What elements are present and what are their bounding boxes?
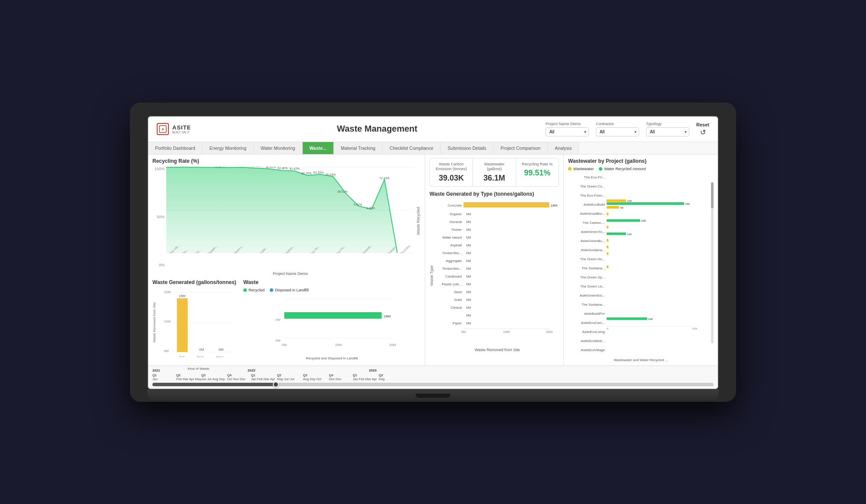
middle-panel: Waste CarbonEmission (tonnes) 39.03K Was… [425, 155, 564, 365]
waste-generated-title: Waste Generated (gallons/tonnes) [152, 279, 239, 285]
tab-portfolio[interactable]: Portfolio Dashboard [148, 142, 203, 154]
svg-text:0M: 0M [466, 259, 471, 263]
svg-text:80.76%: 80.76% [301, 172, 311, 175]
recycling-rate-chart: Recycling Rate (%) 100% 50% 0% [152, 158, 420, 276]
svg-text:10M: 10M [335, 343, 342, 347]
svg-text:Concrete: Concrete [448, 204, 462, 207]
proj-label-9: The Green He... [568, 255, 605, 263]
tab-water[interactable]: Water Monitoring [254, 142, 303, 154]
svg-text:Non: Non [179, 355, 185, 357]
typology-filter[interactable]: Typology All [646, 122, 689, 136]
svg-rect-66 [464, 202, 549, 207]
svg-text:50M: 50M [692, 327, 697, 330]
svg-text:44M: 44M [685, 202, 690, 205]
proj-label-0: The Eco-Fri... [568, 174, 605, 181]
svg-text:Cardboard: Cardboard [446, 275, 462, 278]
svg-rect-111 [607, 232, 626, 235]
svg-text:0M: 0M [466, 298, 471, 302]
tab-project[interactable]: Project Comparison [494, 142, 548, 154]
timeline-fill [152, 383, 276, 386]
proj-label-12: The Green Liv... [568, 283, 605, 291]
svg-rect-101 [607, 199, 626, 202]
svg-text:91.42%: 91.42% [290, 167, 300, 170]
recycling-x-label: Project Name Demo [166, 271, 414, 276]
recycled-label: Recycled [249, 288, 265, 292]
svg-text:20M: 20M [546, 330, 553, 334]
svg-text:96.41%: 96.41% [265, 167, 275, 168]
svg-text:10M: 10M [164, 320, 171, 323]
waste-disp-x-label: Recycled and Disposed in Landfill [243, 356, 420, 360]
svg-text:0M: 0M [466, 275, 471, 278]
tab-checklist[interactable]: Checklist Compliance [383, 142, 441, 154]
tab-waste[interactable]: Waste... [303, 142, 334, 154]
svg-text:Steel: Steel [454, 290, 462, 294]
scrollbar-track[interactable] [711, 182, 714, 343]
header: A ASITE BUILT ON IT Waste Management Pro… [148, 116, 718, 142]
svg-text:Water based: Water based [442, 236, 462, 239]
scrollbar-thumb[interactable] [711, 182, 714, 208]
contractor-select[interactable]: All [596, 127, 639, 136]
tab-bar: Portfolio Dashboard Energy Monitoring Wa… [148, 142, 718, 155]
svg-text:Clinical: Clinical [451, 306, 462, 310]
svg-text:Solid: Solid [454, 298, 462, 302]
waste-gen-svg: 20M 10M 0M [158, 288, 239, 357]
svg-rect-105 [607, 206, 619, 208]
svg-text:71.24%: 71.24% [379, 176, 389, 179]
tab-material[interactable]: Material Tracking [334, 142, 383, 154]
svg-rect-113 [607, 239, 608, 242]
proj-label-1: The Green Co... [568, 183, 605, 191]
kpi-carbon: Waste CarbonEmission (tonnes) 39.03K [430, 158, 473, 186]
proj-label-8: AsiteSustaina... [568, 246, 605, 254]
proj-label-19: AsiteEcoVillage [568, 346, 605, 354]
timeline-handle[interactable] [273, 381, 279, 388]
svg-text:0M: 0M [466, 243, 471, 247]
bottom-charts-row: Waste Generated (gallons/tonnes) Waste R… [152, 279, 420, 357]
y-axis-100: 100% [155, 167, 165, 171]
recycled-dot [243, 288, 247, 292]
project-name-filter[interactable]: Project Name Demo All [546, 122, 589, 136]
svg-text:0M: 0M [199, 348, 204, 352]
logo-sub: BUILT ON IT [172, 131, 191, 134]
svg-text:99.12%: 99.12% [214, 167, 224, 168]
timeline-slider[interactable] [152, 383, 714, 386]
proj-label-13: AsiteGreenEst... [568, 292, 605, 300]
reset-icon: ↺ [700, 128, 706, 136]
year-2023: 2023 [369, 368, 421, 372]
svg-text:0M: 0M [466, 267, 471, 271]
logo-area: A ASITE BUILT ON IT [157, 123, 209, 135]
wastewater-legend-item: Wastewater [568, 167, 594, 171]
svg-rect-108 [607, 219, 640, 222]
kpi-wastewater-value: 36.1M [476, 174, 512, 183]
kpi-wastewater-label: Wastewater(gallons) [476, 162, 512, 172]
proj-label-16: AsiteEcoCam... [568, 319, 605, 327]
svg-text:0M: 0M [466, 228, 471, 232]
project-name-select[interactable]: All [546, 127, 589, 136]
svg-text:20M: 20M [164, 290, 171, 294]
contractor-filter[interactable]: Contractor All [596, 122, 639, 136]
svg-rect-58 [284, 312, 382, 319]
proj-label-10: The Sustaina... [568, 265, 605, 272]
kpi-carbon-value: 39.03K [433, 174, 469, 183]
right-panel: Wastewater by Project (gallons) Wastewat… [564, 155, 718, 365]
kpi-recycling: Recycling Rate % 99.51% [516, 158, 559, 186]
tab-submission[interactable]: Submission Details [441, 142, 494, 154]
reset-button[interactable]: Reset ↺ [696, 122, 709, 136]
svg-text:10M: 10M [503, 330, 510, 334]
svg-rect-107 [607, 213, 608, 215]
tab-analysis[interactable]: Analysis [548, 142, 579, 154]
svg-rect-110 [607, 226, 608, 228]
dashboard: A ASITE BUILT ON IT Waste Management Pro… [148, 116, 718, 389]
laptop-container: A ASITE BUILT ON IT Waste Management Pro… [130, 103, 736, 402]
svg-text:97.58%: 97.58% [252, 167, 262, 168]
waste-generated-chart: Waste Generated (gallons/tonnes) Waste R… [152, 279, 239, 357]
proj-label-14: The Sustaina... [568, 301, 605, 309]
tab-energy[interactable]: Energy Monitoring [203, 142, 254, 154]
contractor-label: Contractor [596, 122, 639, 126]
typology-select[interactable]: All [646, 127, 689, 136]
svg-text:0M: 0M [466, 321, 471, 325]
svg-text:0M: 0M [466, 212, 471, 216]
wastewater-legend: Wastewater Water Recycled Amount [568, 167, 714, 171]
proj-label-11: The Green Sp... [568, 274, 605, 281]
svg-text:Asphalt: Asphalt [450, 243, 462, 247]
proj-label-18: AsiteEcoMedi... [568, 337, 605, 345]
